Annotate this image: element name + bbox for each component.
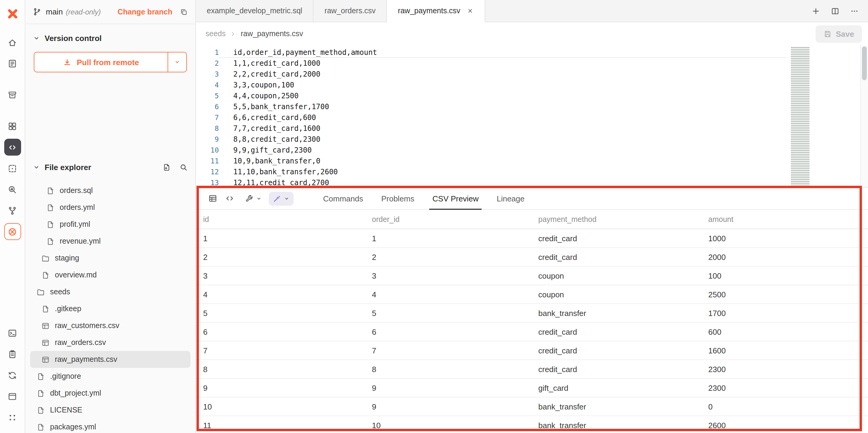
tab-raw_orders.csv[interactable]: raw_orders.csv	[314, 0, 387, 22]
editor-line-9[interactable]: 98,8,credit_card,2300	[196, 134, 868, 145]
table-cell: 8	[365, 365, 531, 374]
file-raw_payments.csv[interactable]: raw_payments.csv	[30, 351, 190, 368]
rail-catalog-icon[interactable]	[4, 55, 21, 72]
editor-line-3[interactable]: 32,2,credit_card,2000	[196, 69, 868, 80]
table-cell: 9	[365, 402, 531, 411]
editor-line-7[interactable]: 76,6,credit_card,600	[196, 112, 868, 123]
editor-line-8[interactable]: 87,7,credit_card,1600	[196, 123, 868, 134]
file-explorer-title: File explorer	[44, 163, 91, 172]
folder-staging[interactable]: staging	[30, 250, 190, 266]
file-dbt_project.yml[interactable]: dbt_project.yml	[30, 385, 190, 402]
file-orders.yml[interactable]: orders.yml	[30, 199, 190, 216]
rail-clipboard-icon[interactable]	[4, 346, 21, 363]
panel-tab-problems[interactable]: Problems	[372, 187, 424, 209]
wand-button[interactable]	[269, 192, 293, 205]
table-row[interactable]: 33coupon100	[196, 266, 868, 285]
file-name: .gitignore	[50, 372, 81, 380]
table-row[interactable]: 55bank_transfer1700	[196, 304, 868, 323]
breadcrumb-folder[interactable]: seeds	[206, 30, 226, 38]
table-cell: gift_card	[531, 383, 701, 392]
editor-line-13[interactable]: 1312,11,credit_card,2700	[196, 177, 868, 187]
dbt-logo-icon[interactable]	[4, 6, 20, 22]
table-row[interactable]: 77credit_card1600	[196, 341, 868, 360]
file-name: orders.yml	[60, 203, 95, 212]
editor-line-6[interactable]: 65,5,bank_transfer,1700	[196, 101, 868, 112]
file-orders.sql[interactable]: orders.sql	[30, 182, 190, 199]
column-header-amount[interactable]: amount	[701, 215, 868, 224]
table-row[interactable]: 44coupon2500	[196, 285, 868, 304]
tab-example_develop_metric.sql[interactable]: example_develop_metric.sql	[196, 0, 314, 22]
code-editor[interactable]: 1id,order_id,payment_method,amount21,1,c…	[196, 45, 868, 187]
split-editor-icon[interactable]	[831, 6, 840, 16]
rail-develop-icon[interactable]	[4, 139, 21, 155]
save-button[interactable]: Save	[815, 25, 862, 42]
file-LICENSE[interactable]: LICENSE	[30, 402, 190, 418]
rail-archive-icon[interactable]	[4, 86, 21, 103]
folder-seeds[interactable]: seeds	[30, 284, 190, 300]
rail-apps-icon[interactable]	[4, 409, 21, 426]
editor-line-1[interactable]: 1id,order_id,payment_method,amount	[196, 47, 868, 58]
file-raw_customers.csv[interactable]: raw_customers.csv	[30, 317, 190, 334]
pull-dropdown-caret[interactable]	[167, 53, 186, 72]
rail-grid-icon[interactable]	[4, 118, 21, 135]
column-header-id[interactable]: id	[196, 215, 365, 224]
panel-tab-commands[interactable]: Commands	[314, 187, 372, 209]
panel-tab-csv-preview[interactable]: CSV Preview	[424, 187, 488, 209]
table-row[interactable]: 66credit_card600	[196, 323, 868, 341]
column-header-payment_method[interactable]: payment_method	[531, 215, 701, 224]
file-.gitignore[interactable]: .gitignore	[30, 368, 190, 385]
rail-frame-icon[interactable]	[4, 160, 21, 177]
search-icon[interactable]	[179, 163, 188, 172]
rail-sync-icon[interactable]	[4, 367, 21, 383]
pull-from-remote-button[interactable]: Pull from remote	[34, 52, 187, 73]
panel-tab-lineage[interactable]: Lineage	[488, 187, 534, 209]
table-row[interactable]: 88credit_card2300	[196, 360, 868, 379]
file-packages.yml[interactable]: packages.yml	[30, 418, 190, 433]
rail-home-icon[interactable]	[4, 34, 21, 51]
table-row[interactable]: 1110bank_transfer2600	[196, 416, 868, 433]
new-tab-icon[interactable]	[811, 6, 820, 16]
rail-git-fork-icon[interactable]	[4, 202, 21, 219]
editor-scrollbar[interactable]	[860, 45, 868, 187]
tab-raw_payments.csv[interactable]: raw_payments.csv	[387, 0, 485, 22]
file-overview.md[interactable]: overview.md	[30, 266, 190, 284]
editor-line-12[interactable]: 1211,10,bank_transfer,2600	[196, 167, 868, 177]
code-view-button[interactable]	[221, 191, 238, 206]
table-row[interactable]: 99gift_card2300	[196, 379, 868, 397]
table-row[interactable]: 22credit_card2000	[196, 248, 868, 266]
rail-bottom-group	[4, 324, 21, 426]
rail-window-split-icon[interactable]	[4, 388, 21, 405]
tab-label: example_develop_metric.sql	[207, 7, 302, 15]
wrench-icon	[245, 194, 254, 203]
editor-line-2[interactable]: 21,1,credit_card,1000	[196, 58, 868, 69]
file-raw_orders.csv[interactable]: raw_orders.csv	[30, 334, 190, 351]
column-header-order_id[interactable]: order_id	[365, 215, 531, 224]
close-tab-icon[interactable]	[466, 7, 473, 15]
minimap[interactable]	[791, 47, 809, 185]
table-cell: 6	[365, 327, 531, 336]
wrench-button[interactable]	[241, 192, 266, 205]
file-.gitkeep[interactable]: .gitkeep	[30, 300, 190, 317]
table-cell: 7	[196, 346, 365, 355]
line-number: 13	[196, 177, 219, 187]
rail-terminal-icon[interactable]	[4, 324, 21, 341]
chevron-down-icon[interactable]	[33, 163, 40, 171]
editor-line-4[interactable]: 43,3,coupon,100	[196, 80, 868, 90]
editor-line-5[interactable]: 54,4,coupon,2500	[196, 90, 868, 101]
table-row[interactable]: 11credit_card1000	[196, 229, 868, 248]
editor-line-10[interactable]: 109,9,gift_card,2300	[196, 145, 868, 155]
chevron-down-icon[interactable]	[33, 34, 40, 42]
table-row[interactable]: 109bank_transfer0	[196, 397, 868, 416]
file-revenue.yml[interactable]: revenue.yml	[30, 233, 190, 250]
file-profit.yml[interactable]: profit.yml	[30, 216, 190, 233]
rail-insights-icon[interactable]	[4, 181, 21, 198]
rail-dbt-orb-icon[interactable]	[4, 223, 21, 240]
new-file-icon[interactable]	[162, 163, 171, 172]
editor-line-11[interactable]: 1110,9,bank_transfer,0	[196, 155, 868, 167]
branch-name: main	[46, 7, 63, 16]
more-options-icon[interactable]	[850, 6, 859, 16]
table-view-button[interactable]	[204, 191, 221, 206]
change-branch-link[interactable]: Change branch	[118, 7, 173, 16]
scrollbar-thumb[interactable]	[862, 47, 867, 80]
copy-icon[interactable]	[180, 7, 188, 16]
